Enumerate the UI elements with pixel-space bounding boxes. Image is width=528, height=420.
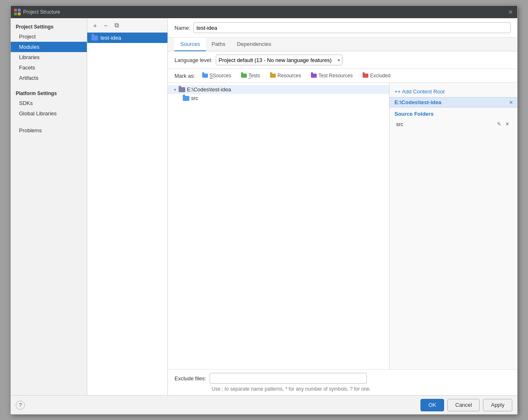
tree-arrow-icon: ▾ xyxy=(173,88,177,92)
excluded-folder-icon xyxy=(363,74,368,78)
name-row: Name: xyxy=(168,18,517,38)
add-module-button[interactable]: + xyxy=(91,21,100,30)
src-folder-icon xyxy=(183,96,189,101)
name-label: Name: xyxy=(174,25,190,31)
main-content: Name: Sources Paths Dependencies Languag… xyxy=(168,18,517,395)
copy-module-button[interactable]: ⧉ xyxy=(112,21,121,30)
tree-src-item[interactable]: src xyxy=(168,94,389,103)
cancel-button[interactable]: Cancel xyxy=(447,399,480,411)
mark-as-excluded-button[interactable]: Excluded xyxy=(360,72,393,80)
source-folder-actions: ✎ ✕ xyxy=(496,121,511,127)
add-content-root-button[interactable]: + + Add Content Root xyxy=(389,86,517,97)
mark-as-resources-button[interactable]: Resources xyxy=(267,72,304,80)
sidebar-item-facets[interactable]: Facets xyxy=(11,62,87,73)
content-root-path: E:\Codes\test-idea xyxy=(394,99,441,105)
file-tree-panel: ▾ E:\Codes\test-idea src + xyxy=(168,83,517,369)
mark-as-label: Mark as: xyxy=(174,73,195,79)
platform-settings-heading: Platform Settings xyxy=(11,88,87,98)
language-level-row: Language level: Project default (13 - No… xyxy=(168,51,517,69)
svg-rect-3 xyxy=(18,12,21,15)
tab-sources[interactable]: Sources xyxy=(174,38,206,51)
exclude-hint: Use ; to separate name patterns, * for a… xyxy=(174,386,511,392)
plus-icon: + xyxy=(394,88,398,95)
help-button[interactable]: ? xyxy=(16,401,25,410)
apply-button[interactable]: Apply xyxy=(483,399,512,411)
name-input[interactable] xyxy=(194,22,511,33)
tab-dependencies[interactable]: Dependencies xyxy=(231,38,277,51)
sidebar-item-sdks[interactable]: SDKs xyxy=(11,98,87,108)
sources-folder-icon xyxy=(202,74,208,78)
mark-as-sources-button[interactable]: SSources xyxy=(199,72,234,80)
project-structure-dialog: Project Structure ✕ Project Settings Pro… xyxy=(10,5,518,415)
tree-root-path: E:\Codes\test-idea xyxy=(187,86,231,93)
tree-root-item[interactable]: ▾ E:\Codes\test-idea xyxy=(168,85,389,94)
title-bar: Project Structure ✕ xyxy=(11,6,517,18)
sidebar: Project Settings Project Modules Librari… xyxy=(11,18,87,395)
mark-as-test-resources-button[interactable]: Test Resources xyxy=(308,72,356,80)
source-folders-section: Source Folders src ✎ ✕ xyxy=(389,107,517,130)
mark-tests-label: Tests xyxy=(248,73,260,79)
action-buttons: OK Cancel Apply xyxy=(420,399,512,411)
root-folder-icon xyxy=(179,87,185,92)
mark-as-tests-button[interactable]: Tests xyxy=(238,72,263,80)
svg-rect-1 xyxy=(18,9,21,12)
language-level-label: Language level: xyxy=(174,57,213,63)
exclude-section: Exclude files: Use ; to separate name pa… xyxy=(168,369,517,395)
sidebar-item-project[interactable]: Project xyxy=(11,31,87,42)
add-content-root-label: + Add Content Root xyxy=(398,88,445,95)
sidebar-item-artifacts[interactable]: Artifacts xyxy=(11,73,87,83)
source-folder-name: src xyxy=(396,121,403,127)
module-list: test-idea xyxy=(87,33,167,395)
module-panel: + − ⧉ test-idea xyxy=(87,18,168,395)
exclude-input[interactable] xyxy=(210,373,367,384)
edit-source-folder-button[interactable]: ✎ xyxy=(496,121,502,127)
mark-test-resources-label: Test Resources xyxy=(318,73,353,79)
exclude-label: Exclude files: xyxy=(174,375,206,382)
title-text: Project Structure xyxy=(23,9,60,15)
content-root-close-button[interactable]: ✕ xyxy=(508,100,514,105)
sidebar-item-problems[interactable]: Problems xyxy=(11,125,87,136)
close-button[interactable]: ✕ xyxy=(507,9,514,15)
tree-src-name: src xyxy=(191,95,198,101)
exclude-row: Exclude files: xyxy=(174,373,511,384)
dialog-body: Project Settings Project Modules Librari… xyxy=(11,18,517,395)
language-level-select-wrapper: Project default (13 - No new language fe… xyxy=(216,55,342,65)
mark-resources-label: Resources xyxy=(277,73,301,79)
tabs-bar: Sources Paths Dependencies xyxy=(168,38,517,51)
source-folders-title: Source Folders xyxy=(394,111,512,117)
sidebar-item-libraries[interactable]: Libraries xyxy=(11,52,87,62)
source-folder-item-src: src ✎ ✕ xyxy=(394,119,512,129)
resources-folder-icon xyxy=(270,74,276,78)
sidebar-item-global-libraries[interactable]: Global Libraries xyxy=(11,108,87,119)
remove-module-button[interactable]: − xyxy=(101,21,110,30)
language-level-select[interactable]: Project default (13 - No new language fe… xyxy=(216,55,342,65)
content-root-header: E:\Codes\test-idea ✕ xyxy=(389,97,517,107)
sidebar-item-modules[interactable]: Modules xyxy=(11,42,87,52)
bottom-bar: ? OK Cancel Apply xyxy=(11,395,517,414)
ok-button[interactable]: OK xyxy=(420,399,444,411)
file-tree: ▾ E:\Codes\test-idea src xyxy=(168,83,389,369)
mark-as-row: Mark as: SSources Tests xyxy=(168,69,517,83)
mark-sources-label: SSources xyxy=(210,73,231,79)
svg-rect-2 xyxy=(14,12,17,15)
tab-paths[interactable]: Paths xyxy=(206,38,231,51)
module-name: test-idea xyxy=(100,35,121,41)
module-item-test-idea[interactable]: test-idea xyxy=(87,33,167,43)
title-bar-left: Project Structure xyxy=(14,9,60,15)
content-area: Language level: Project default (13 - No… xyxy=(168,51,517,395)
project-settings-heading: Project Settings xyxy=(11,21,87,31)
remove-source-folder-button[interactable]: ✕ xyxy=(504,121,511,127)
app-icon xyxy=(14,9,21,15)
module-folder-icon xyxy=(91,36,98,41)
module-toolbar: + − ⧉ xyxy=(87,18,167,33)
mark-excluded-label: Excluded xyxy=(370,73,390,79)
svg-rect-0 xyxy=(14,9,17,12)
tests-folder-icon xyxy=(241,74,247,78)
test-resources-folder-icon xyxy=(311,74,317,78)
side-panel: + + Add Content Root E:\Codes\test-idea … xyxy=(389,83,517,369)
